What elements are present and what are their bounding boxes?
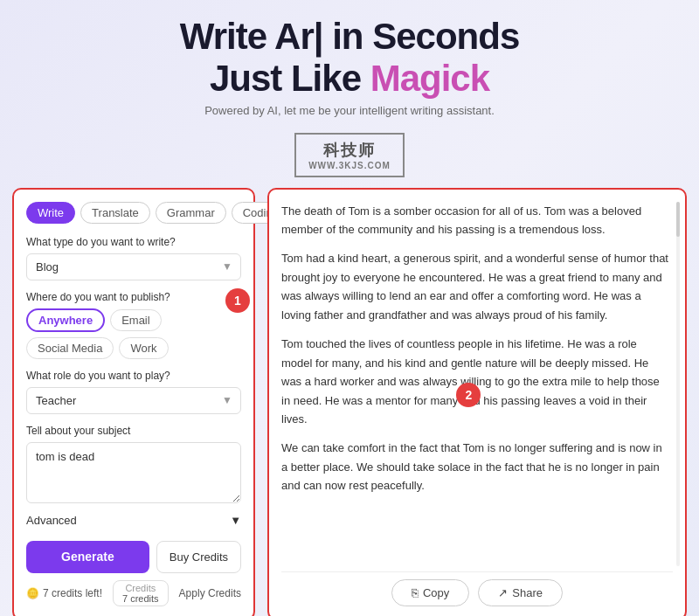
buy-credits-button[interactable]: Buy Credits xyxy=(156,541,241,573)
scrollbar-thumb xyxy=(676,202,680,237)
advanced-chevron: ▼ xyxy=(230,514,241,527)
right-actions: ⎘ Copy ↗ Share xyxy=(281,571,673,606)
credits-box-count: 7 credits xyxy=(122,593,159,604)
publish-label: Where do you want to publish? xyxy=(26,291,241,303)
paragraph-2: Tom had a kind heart, a generous spirit,… xyxy=(281,249,669,324)
publish-work[interactable]: Work xyxy=(119,337,168,359)
role-select[interactable]: Teacher xyxy=(26,387,241,414)
paragraph-1: The death of Tom is a somber occasion fo… xyxy=(281,202,669,239)
publish-options: Anywhere Email Social Media Work xyxy=(26,308,241,359)
credits-left-info: 🪙 7 credits left! xyxy=(26,587,102,599)
tabs-row: Write Translate Grammar Coding xyxy=(26,202,241,224)
left-panel: Write Translate Grammar Coding What type… xyxy=(12,188,255,616)
publish-section: Where do you want to publish? Anywhere E… xyxy=(26,291,241,359)
subtitle: Powered by AI, let me be your intelligen… xyxy=(17,104,682,117)
watermark-box: 科技师 WWW.3KJS.COM xyxy=(294,133,405,177)
advanced-label: Advanced xyxy=(26,514,77,527)
step-badge-2: 2 xyxy=(456,383,481,407)
advanced-row[interactable]: Advanced ▼ xyxy=(26,507,241,534)
credits-box-title: Credits xyxy=(125,583,156,593)
subject-textarea[interactable]: tom is dead xyxy=(26,442,241,503)
generate-button[interactable]: Generate xyxy=(26,541,149,573)
publish-anywhere[interactable]: Anywhere xyxy=(26,308,105,332)
subject-label: Tell about your subject xyxy=(26,425,241,437)
share-button[interactable]: ↗ Share xyxy=(478,579,563,606)
bottom-actions: Generate Buy Credits xyxy=(26,541,241,573)
role-select-wrapper: Teacher ▼ xyxy=(26,387,241,414)
type-label: What type do you want to write? xyxy=(26,236,241,248)
page-header: Write Ar| in Seconds Just Like Magick Po… xyxy=(0,0,699,126)
credits-left-text: 7 credits left! xyxy=(43,587,102,599)
credits-row: 🪙 7 credits left! Credits 7 credits Appl… xyxy=(26,580,241,606)
tab-grammar[interactable]: Grammar xyxy=(156,202,226,224)
title-accent: Magick xyxy=(370,58,489,99)
copy-icon: ⎘ xyxy=(412,586,419,599)
tab-translate[interactable]: Translate xyxy=(80,202,150,224)
generated-text: The death of Tom is a somber occasion fo… xyxy=(281,202,673,563)
type-select-wrapper: Blog ▼ xyxy=(26,253,241,280)
watermark-section: 科技师 WWW.3KJS.COM xyxy=(0,133,699,177)
publish-email[interactable]: Email xyxy=(110,309,162,331)
copy-label: Copy xyxy=(423,586,449,599)
role-section: What role do you want to play? Teacher ▼ xyxy=(26,370,241,414)
share-icon: ↗ xyxy=(498,586,508,599)
subject-section: Tell about your subject tom is dead xyxy=(26,425,241,507)
step-badge-1: 1 xyxy=(225,288,250,313)
main-content: Write Translate Grammar Coding What type… xyxy=(0,188,699,616)
share-label: Share xyxy=(512,586,543,599)
tab-write[interactable]: Write xyxy=(26,202,75,224)
title-line2-prefix: Just Like xyxy=(210,58,370,99)
credits-box: Credits 7 credits xyxy=(113,580,169,606)
watermark-line1: 科技师 xyxy=(308,140,391,161)
type-select[interactable]: Blog xyxy=(26,253,241,280)
publish-social[interactable]: Social Media xyxy=(26,337,114,359)
coin-icon: 🪙 xyxy=(26,587,39,599)
scrollbar-track xyxy=(676,202,680,566)
right-panel: The death of Tom is a somber occasion fo… xyxy=(267,188,687,616)
paragraph-3: Tom touched the lives of countless peopl… xyxy=(281,335,669,428)
paragraph-4: We can take comfort in the fact that Tom… xyxy=(281,439,669,495)
role-label: What role do you want to play? xyxy=(26,370,241,382)
title-line1: Write Ar| in Seconds xyxy=(180,16,520,57)
watermark-line2: WWW.3KJS.COM xyxy=(308,161,391,170)
main-title: Write Ar| in Seconds Just Like Magick xyxy=(17,16,682,100)
apply-credits-link[interactable]: Apply Credits xyxy=(179,587,241,599)
copy-button[interactable]: ⎘ Copy xyxy=(391,579,469,606)
type-section: What type do you want to write? Blog ▼ 1 xyxy=(26,236,241,280)
